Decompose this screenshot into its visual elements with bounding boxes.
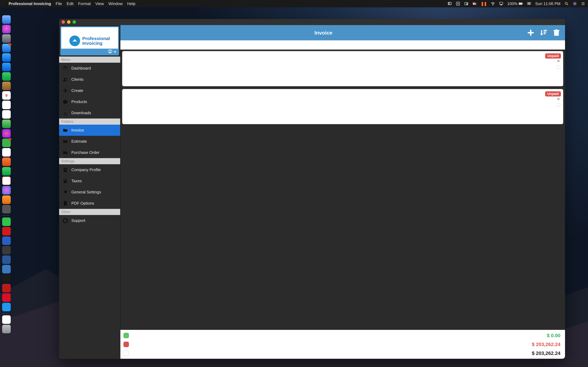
dock-numbers-icon[interactable] xyxy=(2,167,11,175)
card-menu-icon[interactable] xyxy=(557,97,560,101)
menubar-app-name[interactable]: Professional Invoicing xyxy=(9,1,51,6)
gear-icon xyxy=(62,190,68,195)
window-titlebar[interactable] xyxy=(59,19,565,25)
menu-file[interactable]: File xyxy=(56,1,62,6)
sidebar-item-general-settings[interactable]: General Settings xyxy=(59,187,120,198)
invoice-list[interactable]: Unpaid Unpaid xyxy=(120,50,565,330)
sidebar-item-pdf-options[interactable]: PDF Options xyxy=(59,198,120,209)
sidebar-item-company-profile[interactable]: Company Profile xyxy=(59,164,120,175)
dock-contacts-icon[interactable] xyxy=(2,82,11,90)
status-window-icon[interactable] xyxy=(464,1,468,6)
sidebar-item-dashboard[interactable]: Dashboard xyxy=(59,63,120,74)
dock-textedit-icon[interactable] xyxy=(2,148,11,157)
status-tv-icon[interactable] xyxy=(527,1,531,6)
dock-trash-icon[interactable] xyxy=(2,325,11,333)
dock-maps-icon[interactable] xyxy=(2,120,11,128)
dock-photos-icon[interactable] xyxy=(2,129,11,138)
battery-icon[interactable] xyxy=(519,1,523,6)
sidebar-item-purchase-order[interactable]: Purchase Order xyxy=(59,147,120,158)
dock-ibooks-icon[interactable] xyxy=(2,195,11,204)
status-wifi-icon[interactable] xyxy=(491,1,495,6)
invoice-card[interactable]: Unpaid xyxy=(122,51,563,86)
sidebar-group-settings-header: Settings xyxy=(59,158,120,164)
dock-launchpad-icon[interactable] xyxy=(2,34,11,43)
dock-appstore-icon[interactable] xyxy=(2,63,11,71)
dock-mail-icon[interactable] xyxy=(2,53,11,62)
dock-app2-icon[interactable] xyxy=(2,227,11,235)
sidebar-item-create[interactable]: Create xyxy=(59,85,120,96)
status-pause-icon[interactable]: ❚❚ xyxy=(481,1,487,6)
dock-app5-icon[interactable] xyxy=(2,265,11,273)
sidebar-item-downloads[interactable]: Downloads xyxy=(59,107,120,118)
list-filter-bar[interactable] xyxy=(120,40,565,50)
svg-rect-9 xyxy=(519,3,522,4)
dock-app7-icon[interactable] xyxy=(2,284,11,292)
svg-point-36 xyxy=(64,220,66,222)
menu-edit[interactable]: Edit xyxy=(67,1,73,6)
dock-siri-icon[interactable] xyxy=(2,25,11,33)
dock-app4-icon[interactable] xyxy=(2,246,11,254)
spotlight-icon[interactable] xyxy=(564,1,569,6)
chevron-right-icon[interactable]: ▸ xyxy=(114,49,116,54)
dock-preferences-icon[interactable] xyxy=(2,205,11,213)
status-clock[interactable]: Sun 11:06 PM xyxy=(535,1,561,6)
sidebar-item-invoice[interactable]: Invoice xyxy=(59,125,120,136)
menu-window[interactable]: Window xyxy=(108,1,122,6)
sidebar-item-estimate[interactable]: Estimate xyxy=(59,136,120,147)
sort-button[interactable] xyxy=(539,28,548,38)
notification-center-icon[interactable] xyxy=(581,1,585,6)
dock-reminders-icon[interactable] xyxy=(2,110,11,119)
window-minimize-button[interactable] xyxy=(67,20,70,24)
account-icon[interactable] xyxy=(108,49,112,54)
life-ring-icon xyxy=(62,218,68,223)
dock-itunes-icon[interactable] xyxy=(2,186,11,194)
menu-format[interactable]: Format xyxy=(78,1,91,6)
app-window: Professional Invoicing ▸ Menu Dashboard xyxy=(59,19,565,359)
card-menu-icon[interactable] xyxy=(557,59,560,63)
menu-help[interactable]: Help xyxy=(127,1,135,6)
dock-messages-icon[interactable] xyxy=(2,72,11,81)
dock-app8-icon[interactable] xyxy=(2,293,11,302)
dock-calendar-icon[interactable]: 9 xyxy=(2,91,11,100)
sidebar-item-support[interactable]: Support xyxy=(59,215,120,226)
sidebar-item-taxes[interactable]: Taxes xyxy=(59,175,120,187)
dock-app3-icon[interactable] xyxy=(2,236,11,245)
dock-keynote-icon[interactable] xyxy=(2,158,11,166)
totals-row-paid: $ 0.00 xyxy=(123,332,561,339)
delete-button[interactable] xyxy=(552,28,561,38)
dock-current-app-icon[interactable] xyxy=(2,303,11,311)
status-download-icon[interactable] xyxy=(456,1,460,6)
box-icon xyxy=(62,99,68,105)
sidebar-item-products[interactable]: Products xyxy=(59,96,120,107)
dock-app6-icon[interactable] xyxy=(2,274,11,283)
svg-point-13 xyxy=(565,2,567,4)
dock-app-icon[interactable] xyxy=(2,139,11,147)
app-sidebar: Professional Invoicing ▸ Menu Dashboard xyxy=(59,25,120,359)
window-zoom-button[interactable] xyxy=(73,20,76,24)
status-layout-icon[interactable] xyxy=(448,1,452,6)
dock-badge xyxy=(9,138,11,141)
sidebar-item-label: Estimate xyxy=(71,139,87,144)
card-select-checkbox[interactable] xyxy=(557,103,560,107)
add-invoice-button[interactable] xyxy=(526,28,536,38)
sidebar-group-other-header: Other xyxy=(59,209,120,215)
card-select-checkbox[interactable] xyxy=(557,65,560,69)
dock-separator xyxy=(2,215,9,216)
dock-word-icon[interactable] xyxy=(2,255,11,264)
dock-document-icon[interactable] xyxy=(2,315,11,324)
siri-icon[interactable] xyxy=(573,1,577,6)
dock-news-icon[interactable] xyxy=(2,176,11,185)
dock-notes-icon[interactable] xyxy=(2,101,11,109)
window-close-button[interactable] xyxy=(61,20,65,24)
svg-rect-21 xyxy=(65,68,66,70)
invoice-card[interactable]: Unpaid xyxy=(122,89,563,124)
brand-card: Professional Invoicing ▸ xyxy=(60,26,119,55)
svg-rect-42 xyxy=(554,31,559,36)
status-video-off-icon[interactable] xyxy=(472,1,477,6)
dock-finder-icon[interactable] xyxy=(2,15,11,24)
status-airplay-icon[interactable] xyxy=(499,1,503,6)
dock-safari-icon[interactable] xyxy=(2,44,11,52)
sidebar-item-clients[interactable]: Clients xyxy=(59,74,120,85)
menu-view[interactable]: View xyxy=(95,1,104,6)
dock-whatsapp-icon[interactable] xyxy=(2,217,11,226)
